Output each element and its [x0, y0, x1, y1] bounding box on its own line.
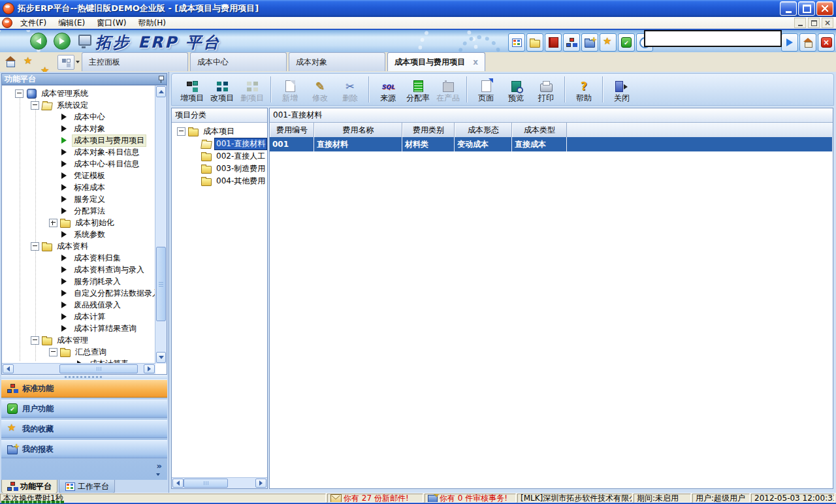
more-chevron[interactable]: »	[157, 461, 162, 471]
tab-成本对象[interactable]: 成本对象	[289, 52, 385, 71]
tree-item[interactable]: 成本资料查询与录入	[2, 264, 155, 276]
quickbar-button-folder-up[interactable]	[526, 33, 543, 52]
toolbar-button-page-setup[interactable]: 页面	[471, 75, 501, 104]
tab-layout-dropdown[interactable]	[74, 55, 81, 69]
tree-item[interactable]: 汇总查询	[2, 346, 155, 358]
home-icon[interactable]	[5, 57, 16, 67]
tree-item[interactable]: 成本初始化	[2, 217, 155, 228]
tree-item[interactable]: 自定义分配算法数据录入	[2, 287, 155, 299]
toolbar-button-delete-item[interactable]: 删项目	[237, 75, 267, 104]
scroll-down-button[interactable]	[156, 352, 166, 363]
panel-我的报表[interactable]: 我的报表	[1, 440, 167, 458]
expander-minus-icon[interactable]	[31, 101, 39, 110]
table-row[interactable]: 001直接材料材料类变动成本直接成本	[270, 137, 833, 151]
tree-item[interactable]: 001-直接材料	[172, 138, 267, 150]
menu-item[interactable]: 窗口(W)	[91, 17, 132, 29]
pin-icon[interactable]	[158, 75, 164, 84]
tree-item[interactable]: 废品残值录入	[2, 299, 155, 311]
tree-item[interactable]: 系统设定	[2, 99, 155, 111]
panel-我的收藏[interactable]: 我的收藏	[1, 420, 167, 438]
toolbar-button-in-product[interactable]: 在产品	[433, 75, 463, 104]
sidebar-splitter[interactable]	[1, 375, 167, 379]
panel-用户功能[interactable]: 用户功能	[1, 400, 167, 418]
scrollbar-thumb[interactable]	[156, 247, 166, 321]
tree-horizontal-scrollbar[interactable]	[2, 363, 155, 374]
tab-layout-button[interactable]	[57, 55, 74, 70]
close-button[interactable]	[816, 1, 833, 16]
tree-item[interactable]: 标准成本	[2, 181, 155, 193]
toolbar-button-preview[interactable]: 预览	[501, 75, 531, 104]
tree-item[interactable]: 系统参数	[2, 228, 155, 240]
nav-back-button[interactable]	[30, 33, 47, 50]
bottom-tab-工作平台[interactable]: 工作平台	[59, 480, 115, 494]
toolbar-button-print[interactable]: 打印	[531, 75, 561, 104]
quickbar-button-desktop[interactable]	[508, 33, 525, 52]
quickbar-button-favorite-one[interactable]	[600, 33, 617, 52]
toolbar-button-modify-pencil[interactable]: 修改	[305, 75, 335, 104]
column-header[interactable]: 费用类别	[402, 123, 455, 137]
menu-item[interactable]: 帮助(H)	[132, 17, 171, 29]
menu-item[interactable]: 文件(F)	[14, 17, 52, 29]
column-header[interactable]: 成本形态	[455, 123, 512, 137]
expander-minus-icon[interactable]	[15, 89, 24, 98]
quickbar-button-notebook[interactable]	[545, 33, 562, 52]
restore-button[interactable]	[798, 1, 815, 16]
quickbar-button-contacts[interactable]	[618, 33, 635, 52]
scrollbar-thumb[interactable]	[184, 479, 228, 488]
toolbar-button-help-q[interactable]: 帮助	[569, 75, 599, 104]
tree-item[interactable]: 成本管理	[2, 334, 155, 346]
command-input[interactable]	[644, 30, 782, 47]
tree-item[interactable]: 成本计算	[2, 311, 155, 323]
tree-item[interactable]: 成本对象-科目信息	[2, 146, 155, 158]
scroll-left-button[interactable]	[172, 479, 184, 488]
column-header[interactable]: 成本类型	[512, 123, 567, 137]
nav-forward-button[interactable]	[54, 33, 71, 50]
tree-item[interactable]: 成本项目与费用项目	[2, 134, 155, 146]
expander-minus-icon[interactable]	[49, 348, 57, 356]
tree-item[interactable]: 成本对象	[2, 123, 155, 134]
scroll-right-button[interactable]	[255, 479, 266, 488]
tree-item[interactable]: 服务消耗录入	[2, 276, 155, 287]
scroll-right-button[interactable]	[144, 364, 155, 373]
tab-成本中心[interactable]: 成本中心	[190, 52, 287, 71]
tree-item[interactable]: 成本中心-科目信息	[2, 158, 155, 170]
tree-item[interactable]: 成本资料归集	[2, 252, 155, 264]
tree-item[interactable]: 成本管理系统	[2, 87, 155, 99]
expander-minus-icon[interactable]	[31, 242, 39, 251]
tree-item[interactable]: 成本项目	[172, 125, 267, 138]
quickbar-button-exit-app[interactable]	[818, 33, 835, 52]
scrollbar-thumb[interactable]	[59, 364, 138, 373]
toolbar-button-add-item[interactable]: 增项目	[177, 75, 207, 104]
tab-成本项目与费用项目[interactable]: 成本项目与费用项目x	[387, 52, 485, 71]
tree-item[interactable]: 004-其他费用	[172, 175, 267, 187]
toolbar-button-edit-item[interactable]: 改项目	[207, 75, 237, 104]
toolbar-button-close-door[interactable]: 关闭	[607, 75, 637, 104]
tree-item[interactable]: 003-制造费用	[172, 163, 267, 175]
expander-minus-icon[interactable]	[31, 336, 39, 345]
column-header[interactable]: 费用名称	[314, 123, 402, 137]
expander-plus-icon[interactable]	[49, 219, 57, 227]
tree-item[interactable]: 成本资料	[2, 240, 155, 252]
tree-item[interactable]: 凭证模板	[2, 170, 155, 181]
bottom-tab-功能平台[interactable]: 功能平台	[1, 480, 57, 494]
column-header[interactable]: 费用编号	[270, 123, 314, 137]
quickbar-button-run[interactable]	[781, 33, 798, 52]
tree-item[interactable]: 成本中心	[2, 111, 155, 123]
expander-minus-icon[interactable]	[177, 127, 185, 136]
mdi-minimize-button[interactable]	[794, 18, 806, 28]
tab-close-icon[interactable]: x	[473, 57, 478, 67]
favorite-icon[interactable]	[24, 57, 34, 67]
scroll-left-button[interactable]	[3, 364, 14, 373]
mdi-restore-button[interactable]	[808, 18, 820, 28]
menu-item[interactable]: 编辑(E)	[52, 17, 91, 29]
toolbar-button-new-doc[interactable]: 新增	[275, 75, 305, 104]
panel-标准功能[interactable]: 标准功能	[1, 379, 167, 398]
tree-item[interactable]: 分配算法	[2, 205, 155, 217]
scroll-up-button[interactable]	[156, 86, 166, 97]
tree-item[interactable]: 002-直接人工	[172, 150, 267, 163]
minimize-button[interactable]	[780, 1, 797, 16]
quickbar-button-org-chart2[interactable]	[563, 33, 580, 52]
toolbar-button-delete-scissors[interactable]: 删除	[335, 75, 365, 104]
quickbar-button-home-go[interactable]	[799, 33, 816, 52]
quickbar-button-folder-add[interactable]	[581, 33, 598, 52]
